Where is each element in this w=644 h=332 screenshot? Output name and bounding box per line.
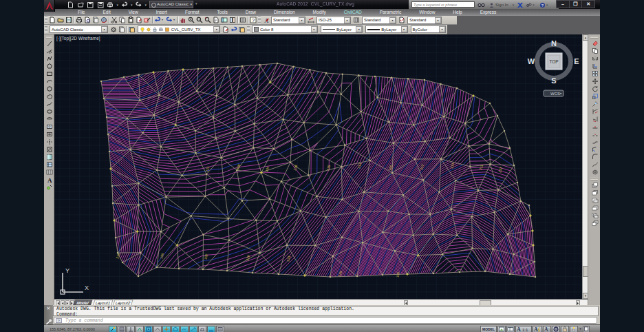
- svg-text:233: 233: [286, 255, 291, 262]
- svg-text:213: 213: [356, 162, 362, 169]
- svg-text:?: ?: [252, 17, 255, 23]
- svg-text:226: 226: [337, 270, 343, 277]
- svg-text:192: 192: [203, 253, 208, 260]
- svg-text:1:1: 1:1: [522, 327, 528, 331]
- svg-text:234: 234: [449, 162, 455, 169]
- svg-text:192: 192: [395, 271, 400, 278]
- svg-text:TOP: TOP: [549, 59, 558, 64]
- svg-text:216: 216: [115, 252, 120, 259]
- svg-text:Y: Y: [65, 267, 69, 274]
- svg-text:WCS: WCS: [550, 92, 560, 96]
- svg-text:239: 239: [292, 164, 298, 171]
- svg-text:235: 235: [325, 164, 331, 171]
- svg-text:X: X: [85, 284, 89, 291]
- svg-text:196: 196: [159, 252, 164, 259]
- svg-text:237: 237: [497, 166, 503, 173]
- svg-text:S: S: [551, 76, 556, 85]
- svg-text:A: A: [47, 176, 52, 183]
- svg-text:A: A: [517, 326, 521, 332]
- svg-text:E: E: [574, 57, 579, 65]
- svg-text:209: 209: [235, 163, 241, 170]
- svg-text:N: N: [551, 39, 557, 48]
- svg-text:W: W: [528, 57, 535, 65]
- svg-text:▾: ▾: [560, 92, 561, 95]
- svg-text:A: A: [534, 326, 538, 332]
- svg-text:204: 204: [264, 165, 270, 172]
